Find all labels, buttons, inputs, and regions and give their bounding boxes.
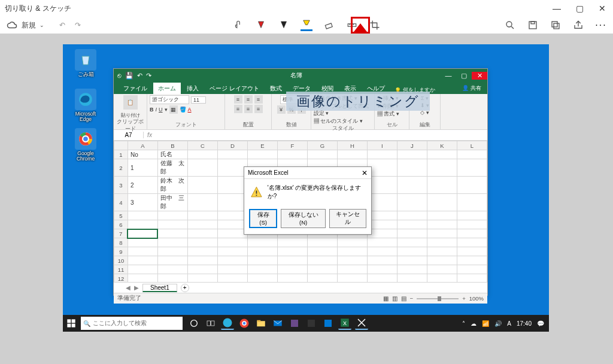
italic-icon[interactable]: I bbox=[156, 107, 157, 113]
tray-volume-icon[interactable]: 🔊 bbox=[494, 320, 502, 327]
taskbar-app6-icon[interactable] bbox=[305, 317, 318, 330]
desktop-icon-chrome[interactable]: Google Chrome bbox=[69, 128, 102, 162]
excel-minimize-icon[interactable]: — bbox=[441, 72, 456, 80]
align-top-icon[interactable]: ≡ bbox=[234, 95, 242, 104]
more-icon[interactable]: ··· bbox=[595, 19, 607, 31]
fill-color-icon[interactable]: 🪣 bbox=[180, 107, 186, 113]
taskbar-taskview-icon[interactable] bbox=[204, 317, 217, 330]
tab-insert[interactable]: 挿入 bbox=[182, 83, 204, 94]
excel-redo-icon[interactable]: ↷ bbox=[146, 72, 151, 80]
eraser-icon[interactable] bbox=[323, 19, 335, 31]
font-size-select[interactable]: 11 bbox=[191, 96, 206, 104]
svg-rect-6 bbox=[552, 22, 557, 27]
tab-home[interactable]: ホーム bbox=[153, 83, 181, 94]
zoom-slider[interactable] bbox=[417, 298, 459, 299]
zoom-in-icon[interactable]: + bbox=[462, 295, 466, 302]
currency-icon[interactable]: ¥ bbox=[277, 105, 286, 114]
tray-notifications-icon[interactable]: 💬 bbox=[537, 320, 544, 327]
copy-icon[interactable] bbox=[550, 19, 562, 31]
desktop-icon-recycle[interactable]: ごみ箱 bbox=[69, 49, 102, 77]
svg-rect-3 bbox=[529, 22, 536, 29]
svg-rect-4 bbox=[531, 22, 535, 24]
tray-onedrive-icon[interactable]: ☁ bbox=[471, 320, 477, 327]
svg-rect-16 bbox=[72, 324, 75, 327]
taskbar-cortana-icon[interactable] bbox=[187, 317, 201, 330]
taskbar-excel-icon[interactable]: X bbox=[338, 317, 351, 330]
minimize-icon[interactable]: — bbox=[551, 4, 563, 13]
tray-chevron-icon[interactable]: ˄ bbox=[462, 320, 465, 327]
svg-rect-5 bbox=[554, 23, 559, 29]
undo-icon[interactable]: ↶ bbox=[56, 19, 68, 31]
tab-formulas[interactable]: 数式 bbox=[265, 83, 287, 94]
taskbar-snip-icon[interactable] bbox=[355, 317, 368, 330]
excel-close-icon[interactable]: ✕ bbox=[472, 72, 487, 80]
underline-icon[interactable]: U bbox=[159, 107, 163, 113]
svg-rect-26 bbox=[291, 320, 298, 327]
taskbar-search[interactable]: 🔍 ここに入力して検索 bbox=[81, 317, 183, 330]
align-right-icon[interactable]: ≡ bbox=[254, 105, 263, 113]
crop-icon[interactable] bbox=[369, 19, 381, 31]
dont-save-button[interactable]: 保存しない(N) bbox=[281, 209, 326, 228]
start-button[interactable] bbox=[63, 315, 80, 332]
touch-write-icon[interactable] bbox=[232, 19, 244, 31]
sheet-tab[interactable]: Sheet1 bbox=[142, 284, 177, 292]
share-icon[interactable] bbox=[572, 19, 584, 31]
sheet-nav-prev[interactable]: ◀ bbox=[126, 284, 131, 291]
share-button[interactable]: 👤 共有 bbox=[456, 83, 487, 94]
tray-network-icon[interactable]: 📶 bbox=[482, 320, 489, 327]
close-icon[interactable]: ✕ bbox=[596, 4, 608, 13]
zoom-level[interactable]: 100% bbox=[469, 295, 484, 302]
border-icon[interactable]: ▦ bbox=[169, 105, 178, 114]
format-cells-button[interactable]: ▦ 書式 ▾ bbox=[377, 111, 399, 118]
svg-point-22 bbox=[242, 321, 246, 325]
tray-ime-icon[interactable]: A bbox=[507, 320, 511, 327]
bold-icon[interactable]: B bbox=[150, 107, 154, 113]
align-left-icon[interactable]: ≡ bbox=[234, 105, 242, 113]
font-color-icon[interactable]: A bbox=[188, 107, 192, 113]
svg-rect-24 bbox=[257, 320, 260, 322]
taskbar-mail-icon[interactable] bbox=[271, 317, 284, 330]
pen-red-icon[interactable] bbox=[255, 19, 267, 31]
align-center-icon[interactable]: ≡ bbox=[244, 105, 253, 113]
desktop-icon-edge[interactable]: Microsoft Edge bbox=[69, 89, 102, 123]
taskbar-app5-icon[interactable] bbox=[288, 317, 301, 330]
excel-save-icon[interactable]: 💾 bbox=[125, 72, 133, 80]
zoom-icon[interactable] bbox=[504, 19, 516, 31]
highlighter-icon[interactable] bbox=[301, 19, 312, 31]
paste-icon[interactable]: 📋 bbox=[123, 95, 138, 110]
taskbar-edge-icon[interactable] bbox=[221, 317, 234, 330]
sheet-nav-next[interactable]: ▶ bbox=[134, 284, 139, 291]
pen-black-icon[interactable] bbox=[278, 19, 290, 31]
new-dropdown-icon[interactable]: ⌄ bbox=[40, 22, 44, 28]
taskbar-explorer-icon[interactable] bbox=[254, 317, 268, 330]
app-toolbar: 新規 ⌄ ↶ ↷ ··· bbox=[0, 17, 613, 34]
taskbar-app7-icon[interactable] bbox=[321, 317, 335, 330]
save-icon[interactable] bbox=[527, 19, 539, 31]
view-normal-icon[interactable]: ▦ bbox=[383, 295, 389, 302]
add-sheet-button[interactable]: + bbox=[181, 284, 189, 292]
redo-icon[interactable]: ↷ bbox=[72, 19, 84, 31]
excel-maximize-icon[interactable]: ▢ bbox=[456, 72, 472, 80]
font-name-select[interactable]: 游ゴシック bbox=[150, 95, 189, 104]
maximize-icon[interactable]: ▢ bbox=[573, 4, 585, 13]
align-mid-icon[interactable]: ≡ bbox=[244, 95, 253, 104]
cloud-icon[interactable] bbox=[6, 19, 18, 31]
tab-page-layout[interactable]: ページ レイアウト bbox=[205, 83, 264, 94]
dialog-close-icon[interactable]: ✕ bbox=[362, 169, 368, 177]
fx-icon[interactable]: fx bbox=[144, 132, 156, 138]
view-layout-icon[interactable]: ▥ bbox=[392, 295, 397, 302]
cancel-button[interactable]: キャンセル bbox=[329, 209, 366, 228]
taskbar-chrome-icon[interactable] bbox=[238, 317, 251, 330]
tab-file[interactable]: ファイル bbox=[119, 83, 152, 94]
align-bot-icon[interactable]: ≡ bbox=[254, 95, 263, 104]
save-button[interactable]: 保存(S) bbox=[249, 209, 277, 228]
tray-time[interactable]: 17:40 bbox=[517, 320, 532, 327]
cell-styles-button[interactable]: ▦ セルのスタイル ▾ bbox=[314, 118, 363, 125]
excel-undo-icon[interactable]: ↶ bbox=[137, 72, 142, 80]
new-button[interactable]: 新規 bbox=[22, 20, 36, 31]
zoom-out-icon[interactable]: − bbox=[410, 295, 414, 302]
save-dialog: Microsoft Excel ✕ '名簿.xlsx' の変更内容を保存しますか… bbox=[244, 166, 372, 235]
excel-autosave-icon[interactable]: ⎋ bbox=[117, 72, 122, 80]
name-box[interactable]: A7 bbox=[114, 132, 144, 138]
view-break-icon[interactable]: ▤ bbox=[401, 295, 406, 302]
